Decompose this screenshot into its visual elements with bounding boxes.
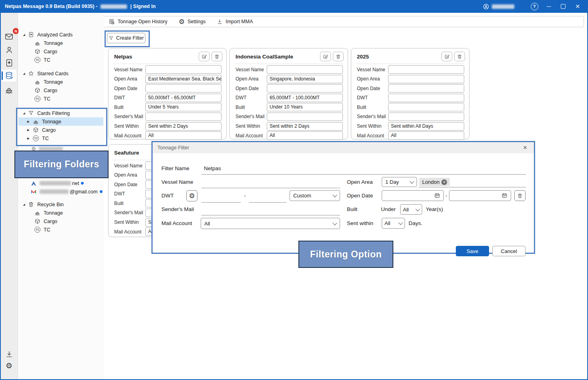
vessel-name-label: Vessel Name <box>161 179 193 185</box>
vessel-name-field[interactable] <box>388 65 464 74</box>
rail-settings-button[interactable]: ⚙ <box>2 360 16 372</box>
dwt-field[interactable]: 50,000MT - 65,000MT <box>145 94 222 102</box>
vessel-name-input[interactable] <box>201 179 340 188</box>
built-years-select[interactable]: All <box>400 204 422 215</box>
tree-item-analyzed-tonnage[interactable]: Tonnage <box>18 39 103 47</box>
tree-item-starred-tc[interactable]: TC TC <box>18 94 103 103</box>
dwt-field[interactable] <box>388 94 464 102</box>
toolbar-tonnage-open-history[interactable]: Tonnage Open History <box>109 18 167 25</box>
field-label: Sent Within <box>236 123 267 129</box>
tree-item-starred-cargo[interactable]: Cargo <box>18 86 103 94</box>
sent-within-field[interactable]: Sent within 2 Days <box>145 122 222 131</box>
tree-item-partially-hidden[interactable]: ⚙ <box>18 147 103 151</box>
open-area-field[interactable] <box>388 75 464 83</box>
help-button[interactable]: ? <box>527 0 542 13</box>
rail-analyzed-cards-button[interactable] <box>2 57 16 69</box>
dwt-settings-button[interactable]: ⚙ <box>186 190 197 201</box>
edit-card-button[interactable] <box>320 52 331 61</box>
tree-section-analyzed-cards[interactable]: ◢ Analyzed Cards <box>18 30 103 39</box>
sent-within-field[interactable]: Sent within All Days <box>388 122 464 131</box>
dwt-mode-select[interactable]: Custom <box>290 190 340 201</box>
tree-item-label: Tonnage <box>42 119 61 125</box>
rail-download-button[interactable] <box>2 348 16 360</box>
built-value: All <box>403 207 409 213</box>
tree-item-recycle-tonnage[interactable]: Tonnage <box>18 209 103 217</box>
open-date-field[interactable] <box>145 84 222 92</box>
minimize-icon <box>547 6 551 7</box>
edit-card-button[interactable] <box>199 52 209 61</box>
built-field[interactable] <box>388 103 464 111</box>
delete-card-button[interactable] <box>454 52 465 61</box>
tree-item-filtering-cargo[interactable]: ▶ Cargo <box>18 126 103 134</box>
rail-ship-button[interactable] <box>2 83 16 95</box>
delete-card-button[interactable] <box>333 52 344 61</box>
dwt-max-input[interactable] <box>249 192 286 203</box>
tree-item-filtering-tonnage-selected[interactable]: ▶ Tonnage <box>18 117 103 126</box>
tree-item-recycle-cargo[interactable]: Cargo <box>18 217 103 225</box>
built-field[interactable]: Under 5 Years <box>145 103 222 111</box>
collapsed-arrow-icon: ▶ <box>27 128 31 132</box>
folder-tree-panel <box>18 13 104 380</box>
edit-card-button[interactable] <box>441 52 452 61</box>
tree-item-recycle-tc[interactable]: TC TC <box>18 225 103 234</box>
senders-mail-field[interactable] <box>388 113 464 121</box>
save-button[interactable]: Save <box>456 246 489 256</box>
rail-database-button-active[interactable] <box>2 70 16 82</box>
maximize-button[interactable] <box>556 0 570 13</box>
toolbar-import-label: Import MMA <box>226 19 253 24</box>
remove-tag-icon[interactable]: ✕ <box>441 179 447 185</box>
edit-pencil-icon <box>201 54 207 59</box>
rail-mail-button[interactable]: N <box>2 30 16 42</box>
tree-item-analyzed-tc[interactable]: TC TC <box>18 56 103 64</box>
filter-name-input[interactable] <box>201 165 526 175</box>
mail-account-item-net[interactable]: net <box>18 179 103 187</box>
vessel-name-field[interactable] <box>145 65 222 74</box>
open-date-field[interactable] <box>267 84 343 92</box>
tree-section-cards-filtering[interactable]: ◢ Cards Filtering <box>18 109 103 117</box>
analyzed-card-icon <box>28 32 34 38</box>
close-button[interactable]: ✕ <box>570 0 585 13</box>
built-field[interactable]: Under 10 Years <box>267 103 343 111</box>
account-button[interactable] <box>480 0 517 13</box>
toolbar-import-mma[interactable]: Import MMA <box>217 19 253 25</box>
tree-section-recycle-bin[interactable]: ◢ Recycle Bin <box>18 200 103 209</box>
tree-item-analyzed-cargo[interactable]: Cargo <box>18 47 103 56</box>
vessel-name-field[interactable] <box>267 65 343 74</box>
sent-within-field[interactable]: Sent within 2 Days <box>267 122 343 131</box>
dwt-min-input[interactable] <box>201 192 241 203</box>
mail-icon <box>4 32 14 41</box>
cancel-button[interactable]: Cancel <box>492 246 526 256</box>
clear-open-date-button[interactable] <box>514 190 526 201</box>
toolbar-settings[interactable]: ⚙ Settings <box>179 18 205 25</box>
close-icon: × <box>523 144 527 152</box>
dialog-close-button[interactable]: × <box>520 143 530 153</box>
open-date-field[interactable] <box>388 84 464 92</box>
mail-account-field[interactable]: All <box>145 131 222 140</box>
dialog-title-bar[interactable]: Tonnage Filter × <box>153 142 534 153</box>
field-label: Open Area <box>236 76 267 82</box>
open-area-tag-london[interactable]: London ✕ <box>419 178 450 186</box>
tree-item-filtering-tc[interactable]: ▶ TC TC <box>18 134 103 143</box>
tree-item-starred-tonnage[interactable]: Tonnage <box>18 78 103 86</box>
open-date-from-input[interactable] <box>382 190 444 201</box>
senders-mail-field[interactable] <box>145 113 222 121</box>
rail-contacts-button[interactable] <box>2 44 16 56</box>
tree-section-starred-cards[interactable]: ◢ Starred Cards <box>18 69 103 78</box>
open-area-period-select[interactable]: 1 Day <box>382 177 417 187</box>
senders-mail-field[interactable] <box>267 113 343 121</box>
open-area-field[interactable]: Singapore, Indonesia <box>267 75 343 83</box>
dwt-field[interactable]: 65,000MT - 100,000MT <box>267 94 343 102</box>
mail-account-field[interactable]: All <box>267 131 343 140</box>
senders-mail-input[interactable] <box>201 206 340 215</box>
senders-mail-label: Sender's Mail <box>161 206 194 212</box>
mail-account-field[interactable]: All <box>388 131 464 140</box>
mail-account-select[interactable]: All <box>201 218 340 229</box>
dwt-range-separator: - <box>244 193 246 199</box>
open-date-to-input[interactable] <box>449 190 511 201</box>
delete-card-button[interactable] <box>211 52 222 61</box>
minimize-button[interactable] <box>542 0 556 13</box>
mail-account-item-gmail[interactable]: @gmail.com <box>18 187 103 196</box>
open-area-field[interactable]: East Mediterranean Sea, Black Sea <box>145 75 222 83</box>
create-filter-button[interactable]: Create Filter <box>107 33 145 43</box>
sent-within-select[interactable]: All <box>382 218 405 229</box>
